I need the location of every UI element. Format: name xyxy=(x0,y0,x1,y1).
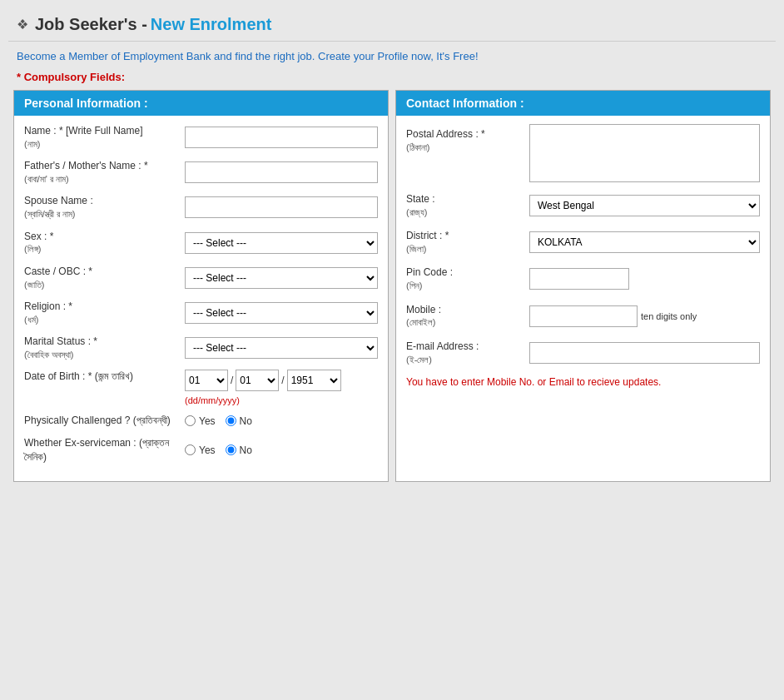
physically-no-option[interactable]: No xyxy=(226,415,252,427)
mobile-label: Mobile : (মোবাইল) xyxy=(406,303,523,330)
dob-label: Date of Birth : * (জন্ম তারিখ) xyxy=(24,370,178,384)
dob-day-select[interactable]: 01020304 05060708 09101112 13141516 1718… xyxy=(185,370,228,391)
physically-row: Physically Challenged ? (প্রতিবন্ধী) Yes… xyxy=(24,414,378,428)
header-bar: ❖ Job Seeker's - New Enrolment xyxy=(8,8,776,42)
tagline: Become a Member of Employment Bank and f… xyxy=(8,47,776,66)
pincode-label: Pin Code : (পিন) xyxy=(406,266,523,292)
physically-yes-label: Yes xyxy=(199,415,216,427)
dob-year-select[interactable]: 1951195219531954 1955196019651970 197519… xyxy=(287,370,341,391)
dob-separator2: / xyxy=(281,375,284,386)
dob-separator1: / xyxy=(231,375,233,386)
state-row: State : (রাজ্য) West Bengal Assam Bihar … xyxy=(406,192,760,219)
marital-row: Marital Status : * (বৈবাহিক অবস্থা) --- … xyxy=(24,335,378,361)
exservice-no-label: No xyxy=(240,444,252,456)
exservice-options: Yes No xyxy=(185,444,252,456)
header-title-colored: New Enrolment xyxy=(151,15,272,34)
caste-row: Caste / OBC : * (জাতি) --- Select --- Ge… xyxy=(24,265,378,291)
personal-panel: Personal Information : Name : * [Write F… xyxy=(13,90,389,482)
father-row: Father's / Mother's Name : * (বাবা/মা' র… xyxy=(24,159,378,186)
marital-select[interactable]: --- Select --- Single Married Divorced W… xyxy=(185,337,378,359)
physically-label: Physically Challenged ? (প্রতিবন্ধী) xyxy=(24,414,178,428)
mobile-hint: ten digits only xyxy=(641,311,697,321)
main-columns: Personal Information : Name : * [Write F… xyxy=(8,90,776,482)
physically-yes-option[interactable]: Yes xyxy=(185,415,216,427)
update-notice: You have to enter Mobile No. or Email to… xyxy=(406,376,760,388)
exservice-row: Whether Ex-serviceman : (প্রাক্তন সৈনিক)… xyxy=(24,436,378,464)
postal-label: Postal Address : * (ঠিকানা) xyxy=(406,124,523,154)
pincode-input[interactable] xyxy=(529,268,629,290)
physically-no-label: No xyxy=(240,415,252,427)
district-select[interactable]: KOLKATA HOWRAH HOOGHLY NORTH 24 PARGANAS… xyxy=(529,231,760,253)
email-label: E-mail Address : (ই-মেল) xyxy=(406,340,523,366)
physically-no-radio[interactable] xyxy=(226,415,236,426)
sex-row: Sex : * (লিঙ্গ) --- Select --- Male Fema… xyxy=(24,230,378,256)
header-icon: ❖ xyxy=(17,17,28,32)
exservice-yes-option[interactable]: Yes xyxy=(185,444,216,456)
contact-section-header: Contact Information : xyxy=(396,91,770,116)
exservice-yes-radio[interactable] xyxy=(185,444,196,455)
name-input[interactable] xyxy=(185,127,378,148)
religion-label: Religion : * (ধর্ম) xyxy=(24,300,178,326)
father-label: Father's / Mother's Name : * (বাবা/মা' র… xyxy=(24,159,178,186)
mobile-input[interactable] xyxy=(529,305,638,327)
email-row: E-mail Address : (ই-মেল) xyxy=(406,340,760,366)
sex-label: Sex : * (লিঙ্গ) xyxy=(24,230,178,256)
name-label: Name : * [Write Full Name] (নাম) xyxy=(24,124,178,151)
dob-selects: 01020304 05060708 09101112 13141516 1718… xyxy=(185,370,341,391)
exservice-no-option[interactable]: No xyxy=(226,444,252,456)
religion-row: Religion : * (ধর্ম) --- Select --- Hindu… xyxy=(24,300,378,326)
spouse-label: Spouse Name : (স্বামি/স্ত্রী র নাম) xyxy=(24,194,178,221)
father-input[interactable] xyxy=(185,161,378,183)
postal-textarea[interactable] xyxy=(529,124,760,182)
dob-month-select[interactable]: 01020304 05060708 09101112 xyxy=(236,370,279,391)
exservice-no-radio[interactable] xyxy=(226,444,236,455)
contact-panel: Contact Information : Postal Address : *… xyxy=(395,90,771,482)
personal-section-header: Personal Information : xyxy=(14,91,388,116)
physically-yes-radio[interactable] xyxy=(185,415,196,426)
sex-select[interactable]: --- Select --- Male Female Other xyxy=(185,232,378,254)
physically-options: Yes No xyxy=(185,415,252,427)
religion-select[interactable]: --- Select --- Hindu Muslim Christian Si… xyxy=(185,302,378,324)
district-label: District : * (জিলা) xyxy=(406,229,523,256)
mobile-row-inner: ten digits only xyxy=(529,305,760,327)
page-wrapper: ❖ Job Seeker's - New Enrolment Become a … xyxy=(0,0,784,700)
exservice-yes-label: Yes xyxy=(199,444,216,456)
header-title-static: Job Seeker's - xyxy=(35,15,147,34)
mobile-row: Mobile : (মোবাইল) ten digits only xyxy=(406,303,760,330)
dob-hint: (dd/mm/yyyy) xyxy=(185,395,240,405)
caste-label: Caste / OBC : * (জাতি) xyxy=(24,265,178,291)
state-select[interactable]: West Bengal Assam Bihar Delhi Maharashtr… xyxy=(529,195,760,216)
exservice-label: Whether Ex-serviceman : (প্রাক্তন সৈনিক) xyxy=(24,436,178,464)
spouse-row: Spouse Name : (স্বামি/স্ত্রী র নাম) xyxy=(24,194,378,221)
spouse-input[interactable] xyxy=(185,196,378,218)
compulsory-label: * Compulsory Fields: xyxy=(8,71,776,83)
district-row: District : * (জিলা) KOLKATA HOWRAH HOOGH… xyxy=(406,229,760,256)
caste-select[interactable]: --- Select --- General SC ST OBC-A OBC-B xyxy=(185,267,378,289)
personal-section-body: Name : * [Write Full Name] (নাম) Father'… xyxy=(14,116,388,481)
email-input[interactable] xyxy=(529,342,760,364)
postal-row: Postal Address : * (ঠিকানা) xyxy=(406,124,760,182)
dob-row: Date of Birth : * (জন্ম তারিখ) 01020304 … xyxy=(24,370,378,405)
state-label: State : (রাজ্য) xyxy=(406,192,523,219)
contact-section-body: Postal Address : * (ঠিকানা) State : (রাজ… xyxy=(396,116,770,396)
pincode-row: Pin Code : (পিন) xyxy=(406,266,760,292)
name-row: Name : * [Write Full Name] (নাম) xyxy=(24,124,378,151)
dob-inputs: 01020304 05060708 09101112 13141516 1718… xyxy=(185,370,341,405)
marital-label: Marital Status : * (বৈবাহিক অবস্থা) xyxy=(24,335,178,361)
